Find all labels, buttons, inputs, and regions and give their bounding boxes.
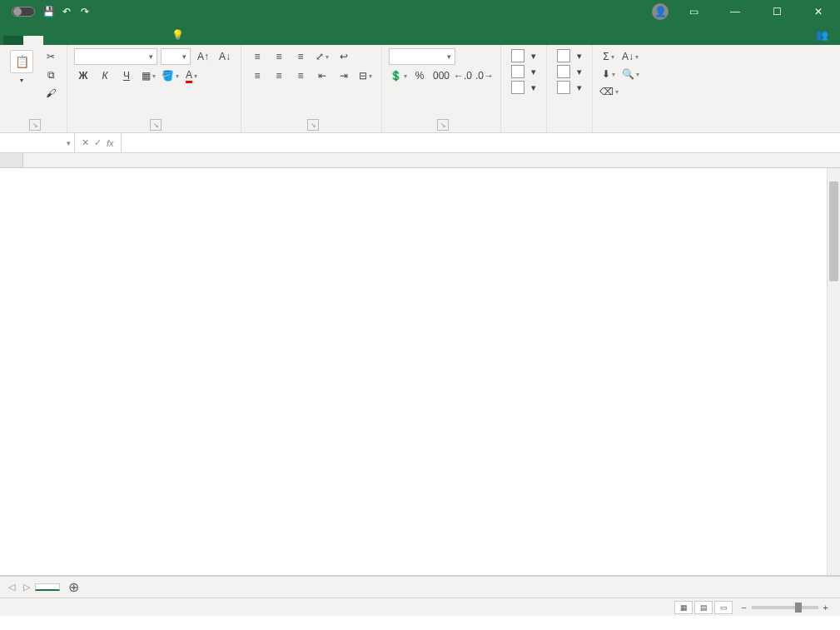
indent-inc-icon[interactable]: ⇥ (335, 67, 353, 84)
merge-icon[interactable]: ⊟ (356, 67, 375, 84)
font-launcher[interactable]: ↘ (150, 119, 162, 131)
sheet-nav-prev-icon[interactable]: ◁ (5, 582, 18, 593)
copy-icon[interactable]: ⧉ (42, 67, 60, 83)
tab-home[interactable] (23, 36, 43, 45)
comma-icon[interactable]: 000 (432, 67, 450, 84)
save-icon[interactable]: 💾 (42, 5, 55, 18)
status-bar: ▦ ▤ ▭ − + (0, 598, 840, 616)
group-cells: ▾ ▾ ▾ (547, 45, 593, 132)
fx-icon[interactable]: fx (107, 138, 114, 148)
find-icon[interactable]: 🔍 (621, 66, 639, 82)
autosum-icon[interactable]: Σ (599, 48, 618, 65)
formula-input[interactable] (122, 133, 840, 152)
column-headers[interactable] (0, 153, 840, 168)
enter-formula-icon[interactable]: ✓ (94, 137, 102, 148)
maximize-icon[interactable]: ☐ (760, 0, 793, 23)
user-avatar-icon[interactable]: 👤 (652, 3, 669, 20)
ribbon-options-icon[interactable]: ▭ (677, 0, 710, 23)
redo-icon[interactable]: ↷ (78, 5, 92, 18)
cut-icon[interactable]: ✂ (42, 48, 60, 65)
currency-icon[interactable]: 💲 (389, 67, 407, 84)
italic-icon[interactable]: К (96, 67, 114, 84)
align-left-icon[interactable]: ≡ (248, 67, 266, 84)
tab-layout[interactable] (63, 36, 83, 45)
select-all-corner[interactable] (0, 153, 23, 167)
delete-cells-button[interactable]: ▾ (554, 64, 585, 79)
sheet-tab-tabel[interactable] (35, 583, 60, 591)
format-cells-button[interactable]: ▾ (554, 80, 585, 95)
clear-icon[interactable]: ⌫ (599, 83, 618, 100)
fill-icon[interactable]: ⬇ (599, 66, 618, 82)
font-name-select[interactable] (74, 48, 157, 65)
cond-format-button[interactable]: ▾ (508, 48, 539, 63)
minimize-icon[interactable]: — (718, 0, 752, 23)
sheet-nav-next-icon[interactable]: ▷ (20, 582, 33, 593)
tell-me[interactable]: 💡 (163, 25, 196, 45)
clipboard-launcher[interactable]: ↘ (29, 119, 41, 131)
indent-dec-icon[interactable]: ⇤ (313, 67, 331, 84)
vertical-scrollbar[interactable] (827, 168, 840, 575)
view-normal-icon[interactable]: ▦ (674, 601, 693, 614)
percent-icon[interactable]: % (410, 67, 429, 84)
tab-file[interactable] (3, 36, 23, 45)
sort-filter-icon[interactable]: A↓ (621, 48, 639, 65)
align-bottom-icon[interactable]: ≡ (291, 48, 310, 65)
share-button[interactable]: 👥 (808, 25, 840, 45)
tab-data[interactable] (103, 36, 123, 45)
ribbon: 📋 ▾ ✂ ⧉ 🖌 ↘ A↑ A↓ Ж К Ч ▦ 🪣 (0, 45, 840, 133)
group-editing: ΣA↓ ⬇🔍 ⌫ (593, 45, 646, 132)
align-middle-icon[interactable]: ≡ (270, 48, 288, 65)
cancel-formula-icon[interactable]: ✕ (82, 137, 89, 148)
cell-styles-button[interactable]: ▾ (508, 80, 539, 95)
add-sheet-icon[interactable]: ⊕ (62, 579, 86, 595)
fill-color-icon[interactable]: 🪣 (161, 67, 179, 84)
align-right-icon[interactable]: ≡ (291, 67, 310, 84)
bold-icon[interactable]: Ж (74, 67, 92, 84)
format-table-icon (511, 65, 524, 78)
grid[interactable] (23, 168, 827, 575)
view-layout-icon[interactable]: ▤ (694, 601, 713, 614)
autosave-toggle[interactable] (12, 7, 35, 17)
orientation-icon[interactable]: ⤢ (313, 48, 331, 65)
ribbon-tabs: 💡 👥 (0, 23, 840, 45)
zoom-out-icon[interactable]: − (741, 603, 746, 613)
format-painter-icon[interactable]: 🖌 (42, 85, 60, 102)
paste-button[interactable]: 📋 ▾ (7, 48, 37, 86)
sheet-tab-bar: ◁ ▷ ⊕ (0, 576, 840, 598)
align-launcher[interactable]: ↘ (307, 119, 319, 131)
insert-cells-icon (557, 49, 570, 62)
tab-review[interactable] (123, 36, 143, 45)
tab-formulas[interactable] (83, 36, 103, 45)
border-icon[interactable]: ▦ (139, 67, 157, 84)
number-format-select[interactable] (389, 48, 455, 65)
zoom-slider[interactable] (752, 606, 818, 609)
tab-insert[interactable] (43, 36, 63, 45)
cond-format-icon (511, 49, 524, 62)
view-pagebreak-icon[interactable]: ▭ (714, 601, 733, 614)
group-alignment: ≡ ≡ ≡ ⤢ ↩ ≡ ≡ ≡ ⇤ ⇥ ⊟ ↘ (241, 45, 382, 132)
sheet-content (23, 168, 827, 575)
insert-cells-button[interactable]: ▾ (554, 48, 585, 63)
group-clipboard: 📋 ▾ ✂ ⧉ 🖌 ↘ (0, 45, 67, 132)
underline-icon[interactable]: Ч (117, 67, 136, 84)
close-icon[interactable]: ✕ (802, 0, 835, 23)
number-launcher[interactable]: ↘ (437, 119, 449, 131)
tab-view[interactable] (143, 36, 163, 45)
inc-decimal-icon[interactable]: ←.0 (454, 67, 472, 84)
font-size-select[interactable] (161, 48, 191, 65)
grow-font-icon[interactable]: A↑ (194, 48, 212, 65)
align-center-icon[interactable]: ≡ (270, 67, 288, 84)
undo-icon[interactable]: ↶ (60, 5, 73, 18)
paste-icon: 📋 (10, 50, 33, 73)
format-table-button[interactable]: ▾ (508, 64, 539, 79)
font-color-icon[interactable]: A (182, 67, 201, 84)
name-box[interactable] (0, 133, 75, 152)
zoom-in-icon[interactable]: + (823, 603, 828, 613)
cell-styles-icon (511, 81, 524, 94)
dec-decimal-icon[interactable]: .0→ (475, 67, 494, 84)
shrink-font-icon[interactable]: A↓ (216, 48, 234, 65)
worksheet-area[interactable] (0, 153, 840, 576)
format-cells-icon (557, 81, 570, 94)
wrap-text-icon[interactable]: ↩ (335, 48, 353, 65)
align-top-icon[interactable]: ≡ (248, 48, 266, 65)
